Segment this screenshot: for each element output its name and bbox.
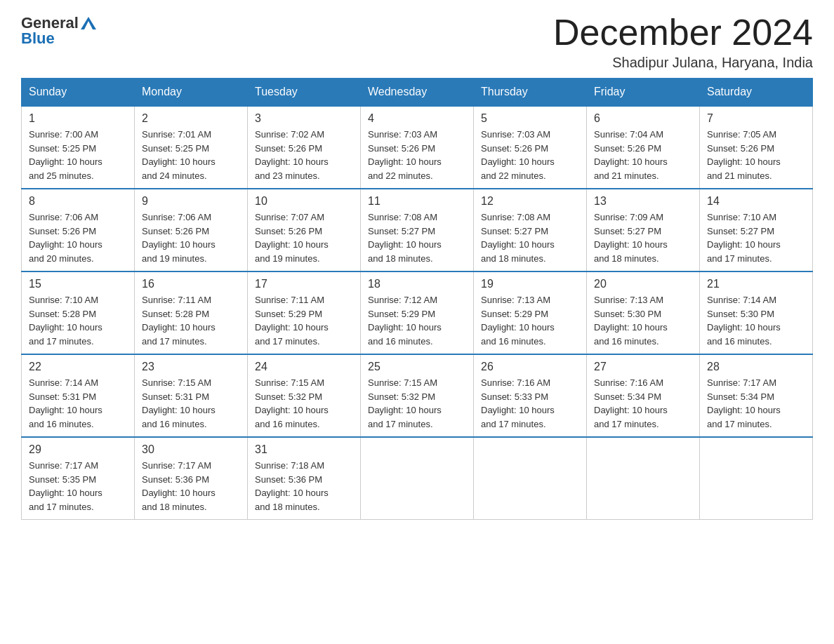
day-cell-31: 31Sunrise: 7:18 AMSunset: 5:36 PMDayligh… xyxy=(248,437,361,520)
col-header-monday: Monday xyxy=(135,79,248,107)
day-cell-17: 17Sunrise: 7:11 AMSunset: 5:29 PMDayligh… xyxy=(248,271,361,354)
day-info: Sunrise: 7:05 AMSunset: 5:26 PMDaylight:… xyxy=(707,128,805,182)
col-header-friday: Friday xyxy=(587,79,700,107)
week-row-5: 29Sunrise: 7:17 AMSunset: 5:35 PMDayligh… xyxy=(22,437,813,520)
day-number: 6 xyxy=(594,112,692,125)
day-number: 4 xyxy=(368,112,466,125)
day-cell-5: 5Sunrise: 7:03 AMSunset: 5:26 PMDaylight… xyxy=(474,106,587,189)
day-cell-23: 23Sunrise: 7:15 AMSunset: 5:31 PMDayligh… xyxy=(135,354,248,437)
day-info: Sunrise: 7:14 AMSunset: 5:30 PMDaylight:… xyxy=(707,293,805,348)
day-number: 2 xyxy=(142,112,240,125)
day-cell-25: 25Sunrise: 7:15 AMSunset: 5:32 PMDayligh… xyxy=(361,354,474,437)
day-cell-26: 26Sunrise: 7:16 AMSunset: 5:33 PMDayligh… xyxy=(474,354,587,437)
day-cell-21: 21Sunrise: 7:14 AMSunset: 5:30 PMDayligh… xyxy=(700,271,813,354)
col-header-thursday: Thursday xyxy=(474,79,587,107)
day-cell-9: 9Sunrise: 7:06 AMSunset: 5:26 PMDaylight… xyxy=(135,189,248,271)
day-cell-3: 3Sunrise: 7:02 AMSunset: 5:26 PMDaylight… xyxy=(248,106,361,189)
day-number: 19 xyxy=(481,278,579,290)
logo-blue: Blue xyxy=(21,29,55,48)
day-info: Sunrise: 7:10 AMSunset: 5:27 PMDaylight:… xyxy=(707,210,805,265)
day-cell-8: 8Sunrise: 7:06 AMSunset: 5:26 PMDaylight… xyxy=(22,189,135,271)
day-info: Sunrise: 7:11 AMSunset: 5:29 PMDaylight:… xyxy=(255,293,353,348)
day-cell-29: 29Sunrise: 7:17 AMSunset: 5:35 PMDayligh… xyxy=(22,437,135,520)
day-info: Sunrise: 7:01 AMSunset: 5:25 PMDaylight:… xyxy=(142,128,240,182)
day-cell-15: 15Sunrise: 7:10 AMSunset: 5:28 PMDayligh… xyxy=(22,271,135,354)
day-number: 27 xyxy=(594,361,692,373)
day-number: 22 xyxy=(29,361,127,373)
day-number: 1 xyxy=(29,112,127,125)
day-number: 30 xyxy=(142,443,240,456)
empty-cell xyxy=(700,437,813,520)
day-cell-13: 13Sunrise: 7:09 AMSunset: 5:27 PMDayligh… xyxy=(587,189,700,271)
day-info: Sunrise: 7:15 AMSunset: 5:31 PMDaylight:… xyxy=(142,376,240,431)
logo-arrow-icon xyxy=(81,14,96,32)
day-cell-14: 14Sunrise: 7:10 AMSunset: 5:27 PMDayligh… xyxy=(700,189,813,271)
day-info: Sunrise: 7:10 AMSunset: 5:28 PMDaylight:… xyxy=(29,293,127,348)
day-number: 14 xyxy=(707,195,805,208)
day-info: Sunrise: 7:06 AMSunset: 5:26 PMDaylight:… xyxy=(29,210,127,265)
empty-cell xyxy=(361,437,474,520)
week-row-1: 1Sunrise: 7:00 AMSunset: 5:25 PMDaylight… xyxy=(22,106,813,189)
day-info: Sunrise: 7:09 AMSunset: 5:27 PMDaylight:… xyxy=(594,210,692,265)
page-header: General Blue December 2024 Shadipur Jula… xyxy=(21,14,813,71)
empty-cell xyxy=(474,437,587,520)
col-header-tuesday: Tuesday xyxy=(248,79,361,107)
header-row: SundayMondayTuesdayWednesdayThursdayFrid… xyxy=(22,79,813,107)
day-cell-16: 16Sunrise: 7:11 AMSunset: 5:28 PMDayligh… xyxy=(135,271,248,354)
day-info: Sunrise: 7:14 AMSunset: 5:31 PMDaylight:… xyxy=(29,376,127,431)
day-info: Sunrise: 7:16 AMSunset: 5:33 PMDaylight:… xyxy=(481,376,579,431)
day-number: 25 xyxy=(368,361,466,373)
day-info: Sunrise: 7:17 AMSunset: 5:36 PMDaylight:… xyxy=(142,459,240,514)
day-cell-10: 10Sunrise: 7:07 AMSunset: 5:26 PMDayligh… xyxy=(248,189,361,271)
day-number: 31 xyxy=(255,443,353,456)
day-number: 10 xyxy=(255,195,353,208)
day-cell-30: 30Sunrise: 7:17 AMSunset: 5:36 PMDayligh… xyxy=(135,437,248,520)
day-info: Sunrise: 7:00 AMSunset: 5:25 PMDaylight:… xyxy=(29,128,127,182)
month-title: December 2024 xyxy=(553,14,813,51)
day-info: Sunrise: 7:16 AMSunset: 5:34 PMDaylight:… xyxy=(594,376,692,431)
day-info: Sunrise: 7:08 AMSunset: 5:27 PMDaylight:… xyxy=(481,210,579,265)
day-number: 7 xyxy=(707,112,805,125)
week-row-3: 15Sunrise: 7:10 AMSunset: 5:28 PMDayligh… xyxy=(22,271,813,354)
day-number: 9 xyxy=(142,195,240,208)
day-info: Sunrise: 7:12 AMSunset: 5:29 PMDaylight:… xyxy=(368,293,466,348)
day-info: Sunrise: 7:17 AMSunset: 5:34 PMDaylight:… xyxy=(707,376,805,431)
day-info: Sunrise: 7:03 AMSunset: 5:26 PMDaylight:… xyxy=(481,128,579,182)
day-cell-18: 18Sunrise: 7:12 AMSunset: 5:29 PMDayligh… xyxy=(361,271,474,354)
day-info: Sunrise: 7:06 AMSunset: 5:26 PMDaylight:… xyxy=(142,210,240,265)
day-cell-4: 4Sunrise: 7:03 AMSunset: 5:26 PMDaylight… xyxy=(361,106,474,189)
day-info: Sunrise: 7:18 AMSunset: 5:36 PMDaylight:… xyxy=(255,459,353,514)
day-cell-24: 24Sunrise: 7:15 AMSunset: 5:32 PMDayligh… xyxy=(248,354,361,437)
day-number: 13 xyxy=(594,195,692,208)
day-number: 11 xyxy=(368,195,466,208)
day-cell-2: 2Sunrise: 7:01 AMSunset: 5:25 PMDaylight… xyxy=(135,106,248,189)
week-row-2: 8Sunrise: 7:06 AMSunset: 5:26 PMDaylight… xyxy=(22,189,813,271)
day-number: 8 xyxy=(29,195,127,208)
day-number: 26 xyxy=(481,361,579,373)
day-info: Sunrise: 7:08 AMSunset: 5:27 PMDaylight:… xyxy=(368,210,466,265)
day-number: 29 xyxy=(29,443,127,456)
day-info: Sunrise: 7:02 AMSunset: 5:26 PMDaylight:… xyxy=(255,128,353,182)
day-number: 16 xyxy=(142,278,240,290)
day-cell-6: 6Sunrise: 7:04 AMSunset: 5:26 PMDaylight… xyxy=(587,106,700,189)
day-number: 15 xyxy=(29,278,127,290)
day-number: 28 xyxy=(707,361,805,373)
day-info: Sunrise: 7:15 AMSunset: 5:32 PMDaylight:… xyxy=(255,376,353,431)
day-info: Sunrise: 7:11 AMSunset: 5:28 PMDaylight:… xyxy=(142,293,240,348)
day-cell-11: 11Sunrise: 7:08 AMSunset: 5:27 PMDayligh… xyxy=(361,189,474,271)
day-cell-20: 20Sunrise: 7:13 AMSunset: 5:30 PMDayligh… xyxy=(587,271,700,354)
day-cell-22: 22Sunrise: 7:14 AMSunset: 5:31 PMDayligh… xyxy=(22,354,135,437)
calendar-table: SundayMondayTuesdayWednesdayThursdayFrid… xyxy=(21,78,813,520)
day-cell-19: 19Sunrise: 7:13 AMSunset: 5:29 PMDayligh… xyxy=(474,271,587,354)
day-number: 3 xyxy=(255,112,353,125)
day-cell-1: 1Sunrise: 7:00 AMSunset: 5:25 PMDaylight… xyxy=(22,106,135,189)
week-row-4: 22Sunrise: 7:14 AMSunset: 5:31 PMDayligh… xyxy=(22,354,813,437)
day-number: 21 xyxy=(707,278,805,290)
day-info: Sunrise: 7:03 AMSunset: 5:26 PMDaylight:… xyxy=(368,128,466,182)
day-info: Sunrise: 7:07 AMSunset: 5:26 PMDaylight:… xyxy=(255,210,353,265)
day-cell-7: 7Sunrise: 7:05 AMSunset: 5:26 PMDaylight… xyxy=(700,106,813,189)
col-header-saturday: Saturday xyxy=(700,79,813,107)
day-number: 18 xyxy=(368,278,466,290)
location: Shadipur Julana, Haryana, India xyxy=(553,55,813,71)
day-number: 5 xyxy=(481,112,579,125)
